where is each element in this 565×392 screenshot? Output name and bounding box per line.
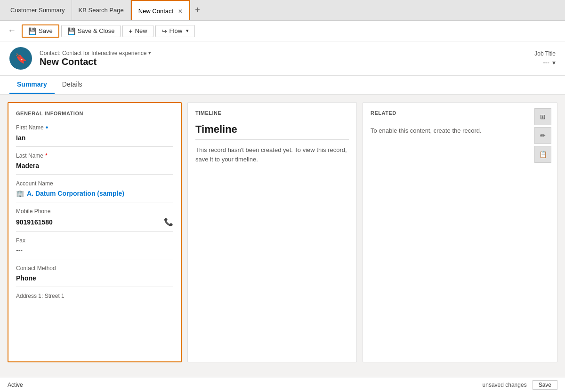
- new-icon: +: [129, 27, 132, 35]
- tab-kb-search[interactable]: KB Search Page: [72, 0, 131, 20]
- new-button[interactable]: + New: [122, 25, 153, 37]
- fax-value[interactable]: ---: [16, 246, 173, 255]
- contact-method-value[interactable]: Phone: [16, 273, 173, 283]
- status-save-button[interactable]: Save: [533, 380, 557, 390]
- tab-customer-summary[interactable]: Customer Summary: [4, 0, 72, 20]
- fax-label: Fax: [16, 237, 173, 244]
- unsaved-changes-label: unsaved changes: [483, 382, 527, 388]
- fax-field: Fax ---: [16, 237, 173, 259]
- tab-new-contact[interactable]: New Contact ✕: [131, 0, 190, 20]
- related-list-button[interactable]: 📋: [534, 146, 551, 163]
- last-name-value[interactable]: Madera: [16, 161, 173, 170]
- save-close-icon: 💾: [67, 27, 75, 35]
- list-icon: 📋: [539, 151, 547, 158]
- tab-bar: Customer Summary KB Search Page New Cont…: [0, 0, 565, 21]
- status-bar: Active unsaved changes Save: [0, 377, 565, 392]
- flow-dropdown-icon: ▾: [186, 28, 189, 34]
- job-title-value: --- ▾: [543, 59, 556, 66]
- contact-method-field: Contact Method Phone: [16, 265, 173, 287]
- first-name-dot: •: [46, 124, 48, 131]
- contact-method-label: Contact Method: [16, 265, 173, 272]
- mobile-phone-label: Mobile Phone: [16, 208, 173, 215]
- avatar: 🔖: [9, 47, 32, 70]
- first-name-label: First Name •: [16, 124, 173, 131]
- account-name-value[interactable]: 🏢 A. Datum Corporation (sample): [16, 189, 173, 198]
- general-info-panel: GENERAL INFORMATION First Name • Ian Las…: [8, 102, 182, 362]
- timeline-empty-message: This record hasn't been created yet. To …: [195, 145, 349, 164]
- mobile-phone-field: Mobile Phone 9019161580 📞: [16, 208, 173, 232]
- record-title: New Contact: [40, 56, 151, 67]
- last-name-label: Last Name *: [16, 152, 173, 159]
- related-panel: RELATED To enable this content, create t…: [363, 102, 557, 362]
- timeline-title: Timeline: [195, 123, 349, 136]
- flow-icon: ↪: [161, 27, 167, 35]
- related-actions: ⊞ ✏ 📋: [534, 108, 551, 163]
- save-close-button[interactable]: 💾 Save & Close: [61, 25, 121, 37]
- breadcrumb-chevron-icon: ▾: [148, 50, 151, 56]
- form-tabs: Summary Details: [0, 76, 565, 95]
- main-content: GENERAL INFORMATION First Name • Ian Las…: [0, 95, 565, 370]
- timeline-divider: [195, 139, 349, 140]
- timeline-panel: TIMELINE Timeline This record hasn't bee…: [187, 102, 357, 362]
- address-street-field: Address 1: Street 1: [16, 293, 173, 307]
- phone-icon: 📞: [164, 217, 173, 226]
- mobile-phone-value[interactable]: 9019161580 📞: [16, 216, 173, 227]
- related-empty-message: To enable this content, create the recor…: [371, 123, 549, 138]
- save-button[interactable]: 💾 Save: [22, 24, 59, 38]
- tab-summary[interactable]: Summary: [9, 76, 55, 94]
- toolbar: ← 💾 Save 💾 Save & Close + New ↪ Flow ▾: [0, 21, 565, 41]
- status-label: Active: [8, 382, 23, 388]
- related-expand-button[interactable]: ⊞: [534, 108, 551, 125]
- breadcrumb[interactable]: Contact: Contact for Interactive experie…: [40, 50, 151, 56]
- last-name-required: *: [45, 152, 48, 159]
- add-tab-button[interactable]: +: [190, 5, 205, 15]
- address-street-value[interactable]: [16, 301, 173, 303]
- job-title-label: Job Title: [534, 50, 556, 57]
- account-name-field: Account Name 🏢 A. Datum Corporation (sam…: [16, 180, 173, 202]
- address-street-label: Address 1: Street 1: [16, 293, 173, 299]
- account-name-label: Account Name: [16, 180, 173, 187]
- related-section-title: RELATED: [371, 110, 549, 116]
- back-button[interactable]: ←: [4, 24, 20, 38]
- avatar-icon: 🔖: [15, 53, 27, 64]
- flow-button[interactable]: ↪ Flow ▾: [155, 25, 195, 37]
- related-edit-button[interactable]: ✏: [534, 127, 551, 144]
- expand-icon: ⊞: [540, 113, 546, 120]
- status-right: unsaved changes Save: [483, 380, 557, 390]
- last-name-field: Last Name * Madera: [16, 152, 173, 175]
- timeline-section-title: TIMELINE: [195, 110, 349, 116]
- close-tab-icon[interactable]: ✕: [178, 8, 183, 15]
- account-icon: 🏢: [16, 190, 24, 197]
- save-icon: 💾: [28, 27, 36, 35]
- record-header: 🔖 Contact: Contact for Interactive exper…: [0, 41, 565, 76]
- job-title-chevron-icon[interactable]: ▾: [552, 59, 556, 66]
- first-name-field: First Name • Ian: [16, 124, 173, 147]
- general-info-title: GENERAL INFORMATION: [16, 111, 173, 116]
- first-name-value[interactable]: Ian: [16, 133, 173, 143]
- tab-details[interactable]: Details: [55, 76, 90, 94]
- edit-icon: ✏: [540, 132, 546, 139]
- account-link[interactable]: 🏢 A. Datum Corporation (sample): [16, 190, 124, 197]
